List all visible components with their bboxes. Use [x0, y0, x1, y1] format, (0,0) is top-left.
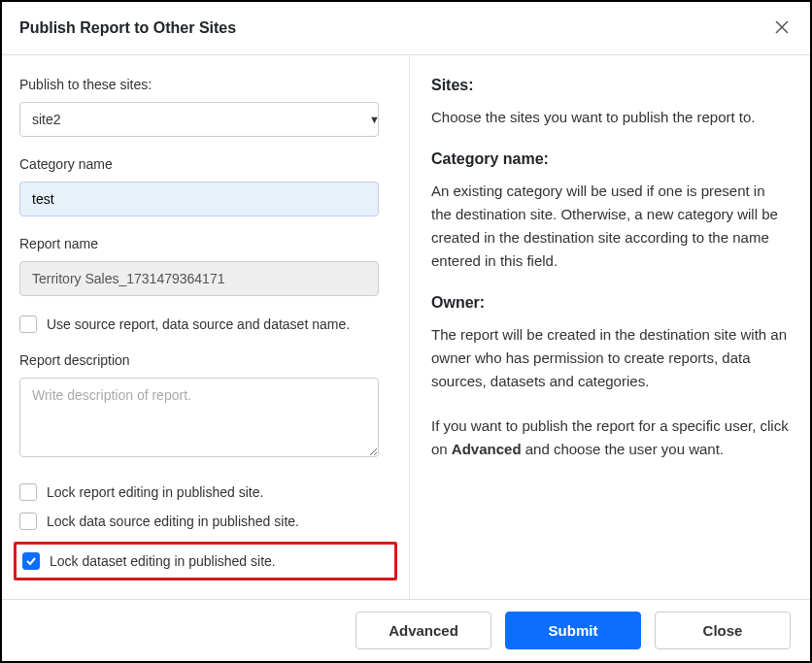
- help-pane: Sites: Choose the sites you want to publ…: [410, 55, 810, 599]
- lock-dataset-label[interactable]: Lock dataset editing in published site.: [50, 553, 276, 569]
- lock-datasource-label[interactable]: Lock data source editing in published si…: [47, 514, 299, 529]
- category-input[interactable]: [19, 182, 379, 216]
- sites-select-value: site2: [19, 102, 379, 137]
- help-sites-text: Choose the sites you want to publish the…: [431, 106, 789, 129]
- dialog-header: Publish Report to Other Sites: [2, 2, 810, 55]
- use-source-checkbox[interactable]: [19, 315, 37, 333]
- description-label: Report description: [19, 352, 391, 368]
- dialog-body: Publish to these sites: site2 ▼ Category…: [2, 55, 810, 599]
- sites-select[interactable]: site2 ▼: [19, 102, 391, 137]
- report-name-label: Report name: [19, 236, 391, 251]
- use-source-checkbox-row: Use source report, data source and datas…: [19, 315, 391, 333]
- help-owner-text1: The report will be created in the destin…: [431, 323, 789, 393]
- form-pane: Publish to these sites: site2 ▼ Category…: [2, 55, 410, 599]
- category-label: Category name: [19, 156, 391, 172]
- lock-datasource-checkbox[interactable]: [19, 513, 37, 530]
- sites-field: Publish to these sites: site2 ▼: [19, 77, 391, 137]
- use-source-label[interactable]: Use source report, data source and datas…: [47, 316, 350, 332]
- lock-options: Lock report editing in published site. L…: [19, 483, 391, 580]
- help-owner-text2: If you want to publish the report for a …: [431, 414, 789, 461]
- dialog-footer: Advanced Submit Close: [2, 599, 810, 661]
- lock-datasource-row: Lock data source editing in published si…: [19, 513, 391, 530]
- help-owner-title: Owner:: [431, 294, 789, 312]
- description-field: Report description: [19, 352, 391, 460]
- lock-report-row: Lock report editing in published site.: [19, 483, 391, 501]
- lock-dataset-checkbox[interactable]: [22, 552, 40, 570]
- help-category-text: An existing category will be used if one…: [431, 180, 789, 273]
- category-field: Category name: [19, 156, 391, 216]
- publish-report-dialog: Publish Report to Other Sites Publish to…: [0, 0, 812, 663]
- highlight-box: Lock dataset editing in published site.: [14, 542, 397, 580]
- help-owner-text2b: Advanced: [452, 441, 522, 457]
- description-textarea[interactable]: [19, 378, 379, 457]
- help-owner-text2c: and choose the user you want.: [522, 441, 724, 457]
- dialog-title: Publish Report to Other Sites: [19, 19, 236, 37]
- close-button[interactable]: Close: [655, 612, 791, 649]
- help-category-title: Category name:: [431, 150, 789, 168]
- advanced-button[interactable]: Advanced: [355, 612, 491, 649]
- report-name-input: [19, 261, 379, 296]
- lock-report-label[interactable]: Lock report editing in published site.: [47, 484, 263, 500]
- submit-button[interactable]: Submit: [505, 612, 641, 649]
- report-name-field: Report name: [19, 236, 391, 296]
- lock-report-checkbox[interactable]: [19, 483, 37, 501]
- sites-label: Publish to these sites:: [19, 77, 391, 92]
- help-sites-title: Sites:: [431, 77, 789, 94]
- close-icon[interactable]: [771, 16, 793, 41]
- lock-dataset-row: Lock dataset editing in published site.: [22, 552, 389, 570]
